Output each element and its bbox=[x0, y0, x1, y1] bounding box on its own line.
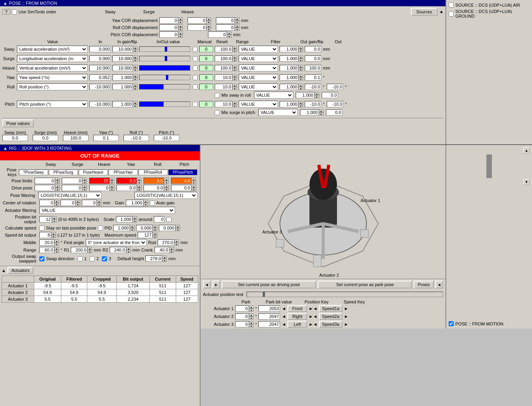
roll-cor-sway-input[interactable]: ▲▼ bbox=[159, 24, 183, 31]
scroll-up-btn[interactable]: ▲ bbox=[523, 147, 530, 154]
summary-pitch-val[interactable] bbox=[154, 135, 179, 141]
pose-key-heave[interactable] bbox=[79, 169, 108, 175]
poses-btn[interactable]: Poses bbox=[414, 281, 434, 288]
yaw-in[interactable] bbox=[89, 74, 111, 81]
roll-range-spin[interactable]: ▲▼ bbox=[215, 84, 237, 90]
roll-out-gain-spin[interactable]: ▲▼ bbox=[280, 84, 303, 90]
pose-limit-sway[interactable]: ▲▼ bbox=[35, 178, 61, 184]
roll-cor-heave-input[interactable]: ▲▼ bbox=[216, 24, 239, 31]
sway-range-spin[interactable]: ▲▼ bbox=[215, 46, 237, 52]
pose-from-motion-check[interactable] bbox=[449, 321, 454, 326]
pitch-reset-val[interactable] bbox=[199, 101, 213, 107]
pitch-in[interactable] bbox=[89, 101, 111, 107]
surge-in[interactable] bbox=[89, 55, 111, 62]
roll-value-select[interactable]: Roll position (°) bbox=[17, 83, 88, 90]
pose-key-surge[interactable] bbox=[49, 169, 78, 175]
sway-gain-spin[interactable]: ▲▼ bbox=[112, 46, 138, 52]
pose-limit-pitch[interactable]: ▲▼ bbox=[171, 178, 197, 184]
summary-yaw-val[interactable] bbox=[93, 135, 119, 141]
roll-out[interactable] bbox=[305, 84, 321, 90]
set-driving-pose-btn[interactable]: Set current pose as driving pose bbox=[222, 281, 316, 288]
mix-surge-out[interactable] bbox=[326, 109, 342, 116]
roll-reset-val[interactable] bbox=[199, 84, 213, 90]
pitch-manual-check[interactable] bbox=[193, 102, 198, 107]
roll-manual-check[interactable] bbox=[193, 85, 198, 90]
roll-extra-out[interactable] bbox=[327, 84, 343, 90]
yaw-filter-select[interactable]: VALUE bbox=[239, 74, 278, 81]
sway-filter-select[interactable]: VALUE bbox=[239, 46, 278, 53]
pitch-cor-heave-input[interactable]: ▲▼ bbox=[208, 31, 232, 38]
pid-check[interactable] bbox=[98, 226, 103, 231]
pose-values-btn[interactable]: Pose values bbox=[2, 119, 34, 127]
heave-in[interactable] bbox=[89, 65, 111, 71]
surge-out[interactable] bbox=[305, 55, 321, 62]
act2-pos-key-btn[interactable]: Right bbox=[287, 313, 307, 320]
surge-range-spin[interactable]: ▲▼ bbox=[215, 55, 237, 62]
heave-slider[interactable] bbox=[139, 65, 190, 71]
sway-out[interactable] bbox=[305, 46, 321, 52]
pose-limit-heave[interactable]: ▲▼ bbox=[89, 178, 116, 184]
pitch-slider[interactable] bbox=[139, 101, 190, 107]
actuators-tab[interactable]: Actuators bbox=[7, 267, 33, 274]
actuator-filtering-select[interactable]: VALUE bbox=[39, 207, 175, 214]
roll-cor-surge-input[interactable]: ▲▼ bbox=[188, 24, 211, 31]
sway-slider[interactable] bbox=[139, 46, 190, 52]
roll-slider[interactable] bbox=[139, 84, 190, 90]
heave-manual-check[interactable] bbox=[193, 66, 198, 71]
heave-reset-val[interactable] bbox=[199, 65, 213, 71]
sway-in[interactable] bbox=[89, 46, 111, 52]
heave-range-spin[interactable]: ▲▼ bbox=[215, 65, 237, 71]
act3-pos-key-btn[interactable]: Left bbox=[287, 321, 307, 328]
roll-in[interactable] bbox=[89, 84, 111, 90]
scroll-down-btn[interactable]: ▼ bbox=[523, 179, 530, 185]
mix-sway-check[interactable] bbox=[215, 93, 220, 98]
nav-left-btn[interactable]: ◄ bbox=[203, 281, 211, 288]
surge-value-select[interactable]: Longitudinal acceleration (m bbox=[17, 55, 88, 62]
yaw-cor-sway-input[interactable]: ▲▼ bbox=[159, 17, 183, 24]
pitch-value-select[interactable]: Pitch position (°) bbox=[17, 101, 88, 108]
around-check[interactable] bbox=[166, 217, 171, 222]
summary-surge-val[interactable] bbox=[33, 135, 58, 141]
scroll-thumb[interactable] bbox=[486, 154, 492, 178]
surge-slider[interactable] bbox=[139, 56, 190, 61]
mix-surge-gain-spin[interactable]: ▲▼ bbox=[300, 109, 324, 116]
heave-gain-spin[interactable]: ▲▼ bbox=[112, 65, 138, 71]
output-swap-check[interactable] bbox=[39, 256, 44, 261]
act1-speed-key-btn[interactable]: Speed1a bbox=[319, 305, 342, 312]
surge-manual-check[interactable] bbox=[193, 56, 198, 61]
pose-limit-yaw[interactable]: ▲▼ bbox=[116, 178, 143, 184]
pose-key-roll[interactable] bbox=[138, 169, 168, 175]
yaw-range-spin[interactable]: ▲▼ bbox=[215, 74, 237, 81]
first-angle-select[interactable]: 0° (one actuator at the front) bbox=[86, 239, 147, 246]
yaw-out-gain-spin[interactable]: ▲▼ bbox=[280, 74, 303, 81]
pitch-filter-select[interactable]: VALUE bbox=[239, 101, 278, 108]
pitch-extra-out[interactable] bbox=[327, 101, 343, 107]
surge-gain-spin[interactable]: ▲▼ bbox=[112, 55, 138, 62]
pose-limit-roll[interactable]: ▲▼ bbox=[144, 178, 170, 184]
around-val[interactable] bbox=[154, 216, 165, 222]
pose-limit-surge[interactable]: ▲▼ bbox=[62, 178, 88, 184]
help-btn[interactable]: ? bbox=[2, 9, 10, 15]
yaw-cor-heave-field[interactable] bbox=[216, 17, 235, 24]
summary-roll-val[interactable] bbox=[123, 135, 149, 141]
yaw-cor-heave-input[interactable]: ▲▼ bbox=[216, 17, 239, 24]
yaw-manual-check[interactable] bbox=[193, 75, 198, 80]
swap-dir-2-check[interactable] bbox=[90, 256, 95, 261]
source2-checkbox[interactable] bbox=[449, 11, 454, 17]
yaw-cor-sway-field[interactable] bbox=[159, 17, 178, 24]
pitch-out[interactable] bbox=[305, 101, 321, 107]
yaw-value-select[interactable]: Yaw speed (°/s) bbox=[17, 74, 88, 81]
source1-checkbox[interactable] bbox=[449, 2, 454, 7]
mix-surge-filter[interactable]: VALUE bbox=[258, 109, 298, 116]
surge-filter-select[interactable]: VALUE bbox=[239, 55, 278, 62]
calc-speed-check[interactable] bbox=[39, 226, 44, 231]
swap-dir-1-check[interactable] bbox=[77, 256, 83, 261]
surge-reset-val[interactable] bbox=[199, 55, 213, 62]
set-park-pose-btn[interactable]: Set current pose as park pose bbox=[318, 281, 412, 288]
heave-out-gain-spin[interactable]: ▲▼ bbox=[280, 65, 303, 71]
mix-surge-check[interactable] bbox=[215, 110, 220, 115]
yaw-cor-surge-input[interactable]: ▲▼ bbox=[188, 17, 211, 24]
act1-pos-key-btn[interactable]: Front bbox=[287, 305, 307, 312]
pose-filtering-right-select[interactable]: LOGISTIC(VALUE;15;1) bbox=[134, 192, 197, 199]
yaw-gain-spin[interactable]: ▲▼ bbox=[112, 74, 138, 81]
